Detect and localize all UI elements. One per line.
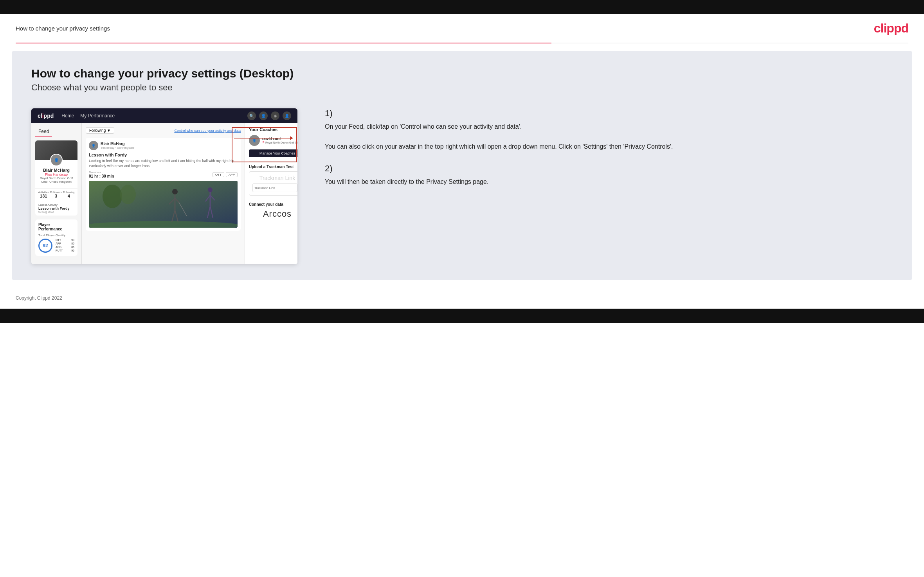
- activity-header: 👤 Blair McHarg Yesterday · Sunningdale: [89, 141, 238, 150]
- app-logo: clippd: [38, 113, 54, 119]
- bar-app-label: APP: [56, 242, 65, 245]
- trackman-box: Trackman Link Add Link: [249, 171, 297, 196]
- feed-tab: Feed: [35, 127, 52, 137]
- connect-title: Connect your data: [249, 202, 297, 207]
- player-performance: Player Performance Total Player Quality …: [35, 219, 77, 256]
- header-title: How to change your privacy settings: [16, 25, 110, 32]
- stat-activities-label: Activities: [38, 191, 49, 194]
- instruction-block-1: 1) On your Feed, click/tap on 'Control w…: [325, 108, 889, 152]
- top-bar: [0, 0, 924, 14]
- activity-desc: Looking to feel like my hands are exitin…: [89, 158, 238, 168]
- coaches-title: Your Coaches: [249, 127, 297, 132]
- app-nav-icons: 🔍 👤 ⊕ 👤: [247, 111, 291, 120]
- instructions-panel: 1) On your Feed, click/tap on 'Control w…: [313, 108, 893, 198]
- perf-title: Player Performance: [38, 223, 74, 231]
- profile-club: Royal North Devon Golf Club, United King…: [38, 176, 74, 183]
- copyright: Copyright Clippd 2022: [16, 295, 62, 301]
- coach-avatar: 👤: [249, 135, 260, 146]
- activity-title: Lesson with Fordy: [89, 153, 238, 157]
- duration-label: Duration: [89, 171, 114, 174]
- header: How to change your privacy settings clip…: [0, 14, 924, 43]
- feed-header: Following ▼ Control who can see your act…: [86, 127, 241, 134]
- activity-user: Blair McHarg: [101, 142, 134, 146]
- trackman-input[interactable]: [252, 183, 297, 192]
- bar-putt-value: 96: [68, 249, 74, 252]
- coach-club: ⚑ Royal North Devon Golf Club: [262, 141, 297, 144]
- quality-circle: 92: [38, 239, 52, 253]
- coach-item: 👤 David Ford ⚑ Royal North Devon Golf Cl…: [249, 135, 297, 146]
- step1-num: 1): [325, 108, 889, 119]
- nav-home: Home: [61, 113, 74, 119]
- latest-label: Latest Activity: [38, 203, 74, 207]
- bar-ott: OTT 90: [56, 239, 74, 241]
- bar-ott-label: OTT: [56, 239, 65, 241]
- profile-subtitle: Plus Handicap: [38, 173, 74, 176]
- stat-following-value: 4: [63, 194, 75, 198]
- profile-bg: 👤: [35, 140, 77, 160]
- upload-title: Upload a Trackman Test: [249, 165, 297, 169]
- bottom-bar: [0, 309, 924, 323]
- following-button[interactable]: Following ▼: [86, 127, 114, 134]
- connect-section: Connect your data Arccos: [249, 199, 297, 219]
- screenshot-mockup: clippd Home My Performance 🔍 👤 ⊕ 👤 Feed: [31, 108, 297, 264]
- profile-stats: Activities 131 Followers 3 Following 4: [35, 188, 77, 201]
- footer: Copyright Clippd 2022: [0, 288, 924, 309]
- svg-point-4: [172, 189, 178, 194]
- duration-value: 01 hr : 30 min: [89, 174, 114, 178]
- search-icon: 🔍: [247, 111, 256, 120]
- app-sidebar: Feed 👤 Blair McHarg Plus Handicap Royal …: [31, 123, 82, 264]
- clippd-logo: clippd: [874, 21, 908, 36]
- trackman-input-row: Add Link: [252, 183, 297, 192]
- profile-card: 👤 Blair McHarg Plus Handicap Royal North…: [35, 140, 77, 216]
- stat-activities-value: 131: [38, 194, 49, 198]
- upload-section: Upload a Trackman Test Trackman Link Add…: [249, 161, 297, 196]
- activity-user-info: Blair McHarg Yesterday · Sunningdale: [101, 142, 134, 149]
- latest-activity: Latest Activity Lesson with Fordy 03 Aug…: [35, 201, 77, 216]
- quality-label: Total Player Quality: [38, 234, 74, 237]
- bar-arg-label: ARG: [56, 246, 65, 248]
- latest-date: 03 Aug 2022: [38, 210, 74, 213]
- person-icon: 👤: [259, 111, 268, 120]
- header-divider: [16, 43, 908, 43]
- activity-card: 👤 Blair McHarg Yesterday · Sunningdale L…: [86, 138, 241, 231]
- coach-name: David Ford: [262, 137, 297, 141]
- trackman-label: Trackman Link: [252, 175, 297, 181]
- stat-following: Following 4: [63, 191, 75, 198]
- app-right-panel: Your Coaches 👤 David Ford ⚑ Royal North …: [245, 123, 297, 264]
- control-privacy-link[interactable]: Control who can see your activity and da…: [174, 129, 241, 133]
- latest-name: Lesson with Fordy: [38, 207, 74, 210]
- profile-name: Blair McHarg: [38, 168, 74, 173]
- app-body: Feed 👤 Blair McHarg Plus Handicap Royal …: [31, 123, 297, 264]
- bar-app-value: 85: [68, 242, 74, 245]
- stat-activities: Activities 131: [38, 191, 49, 198]
- quality-content: 92 OTT 90 APP: [38, 239, 74, 253]
- step1-text: On your Feed, click/tap on 'Control who …: [325, 122, 889, 152]
- bar-arg: ARG 86: [56, 246, 74, 248]
- activity-meta: Yesterday · Sunningdale: [101, 146, 134, 149]
- duration-info: Duration 01 hr : 30 min: [89, 171, 114, 178]
- coaches-section: Your Coaches 👤 David Ford ⚑ Royal North …: [249, 127, 297, 157]
- bar-putt-label: PUTT: [56, 249, 65, 252]
- bar-arg-value: 86: [68, 246, 74, 248]
- bar-ott-value: 90: [68, 239, 74, 241]
- settings-icon: ⊕: [271, 111, 279, 120]
- bar-putt: PUTT 96: [56, 249, 74, 252]
- step2-num: 2): [325, 164, 889, 174]
- page-subheading: Choose what you want people to see: [31, 83, 893, 93]
- avatar-icon: 👤: [283, 111, 291, 120]
- manage-coaches-button[interactable]: Manage Your Coaches: [249, 149, 297, 157]
- app-navbar: clippd Home My Performance 🔍 👤 ⊕ 👤: [31, 108, 297, 123]
- badge-app: APP: [226, 172, 238, 177]
- svg-point-1: [103, 185, 122, 208]
- stat-followers-label: Followers: [50, 191, 62, 194]
- stat-following-label: Following: [63, 191, 75, 194]
- activity-avatar: 👤: [89, 141, 98, 150]
- svg-point-11: [208, 187, 213, 192]
- stat-followers: Followers 3: [50, 191, 62, 198]
- main-content: How to change your privacy settings (Des…: [12, 51, 912, 280]
- profile-avatar: 👤: [50, 154, 63, 166]
- app-nav-items: Home My Performance: [61, 113, 247, 119]
- coach-info: David Ford ⚑ Royal North Devon Golf Club: [262, 137, 297, 144]
- svg-point-2: [120, 185, 136, 204]
- nav-performance: My Performance: [80, 113, 115, 119]
